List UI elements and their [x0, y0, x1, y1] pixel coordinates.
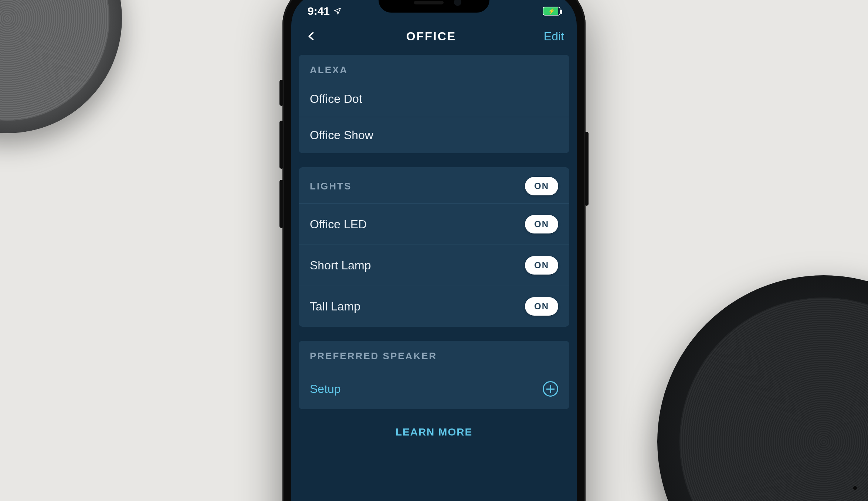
- lights-all-toggle[interactable]: ON: [525, 177, 558, 195]
- light-office-led[interactable]: Office LED ON: [299, 204, 569, 245]
- light-tall-lamp[interactable]: Tall Lamp ON: [299, 286, 569, 327]
- speaker-section: PREFERRED SPEAKER Setup: [299, 341, 569, 409]
- phone-notch: [379, 0, 489, 13]
- lights-heading: LIGHTS: [310, 181, 352, 192]
- alexa-heading: ALEXA: [310, 64, 348, 76]
- status-time: 9:41: [308, 5, 330, 17]
- chevron-left-icon: [306, 29, 316, 44]
- phone-silent-switch: [279, 80, 283, 106]
- phone-frame: 9:41 ⚡ OFFICE Edit ALEXA: [282, 0, 586, 501]
- setup-label: Setup: [310, 382, 341, 396]
- device-label: Office Show: [310, 128, 373, 142]
- light-toggle[interactable]: ON: [525, 297, 558, 316]
- phone-volume-down: [279, 180, 283, 228]
- page-title: OFFICE: [406, 30, 456, 43]
- speaker-heading: PREFERRED SPEAKER: [310, 350, 437, 362]
- alexa-device-office-show[interactable]: Office Show: [299, 117, 569, 153]
- back-button[interactable]: [304, 29, 319, 44]
- echo-mic-hole: [853, 486, 857, 490]
- phone-volume-up: [279, 121, 283, 169]
- echo-device-right: [657, 275, 868, 501]
- alexa-device-office-dot[interactable]: Office Dot: [299, 84, 569, 117]
- light-short-lamp[interactable]: Short Lamp ON: [299, 245, 569, 286]
- light-toggle[interactable]: ON: [525, 215, 558, 233]
- edit-button[interactable]: Edit: [544, 30, 564, 43]
- plus-circle-icon: [543, 381, 558, 397]
- lights-section: LIGHTS ON Office LED ON Short Lamp ON Ta…: [299, 167, 569, 327]
- light-label: Tall Lamp: [310, 300, 360, 313]
- phone-power-button: [585, 132, 589, 206]
- learn-more-link[interactable]: LEARN MORE: [299, 423, 569, 449]
- alexa-section: ALEXA Office Dot Office Show: [299, 55, 569, 153]
- speaker-setup-button[interactable]: Setup: [299, 370, 569, 409]
- light-label: Short Lamp: [310, 259, 371, 272]
- nav-bar: OFFICE Edit: [291, 22, 577, 55]
- echo-device-left: [0, 0, 122, 133]
- content-scroll[interactable]: ALEXA Office Dot Office Show LIGHTS ON O…: [291, 55, 577, 457]
- light-toggle[interactable]: ON: [525, 256, 558, 275]
- phone-screen: 9:41 ⚡ OFFICE Edit ALEXA: [291, 0, 577, 501]
- location-icon: [333, 7, 342, 15]
- battery-icon: ⚡: [543, 7, 560, 16]
- light-label: Office LED: [310, 218, 367, 231]
- device-label: Office Dot: [310, 92, 362, 106]
